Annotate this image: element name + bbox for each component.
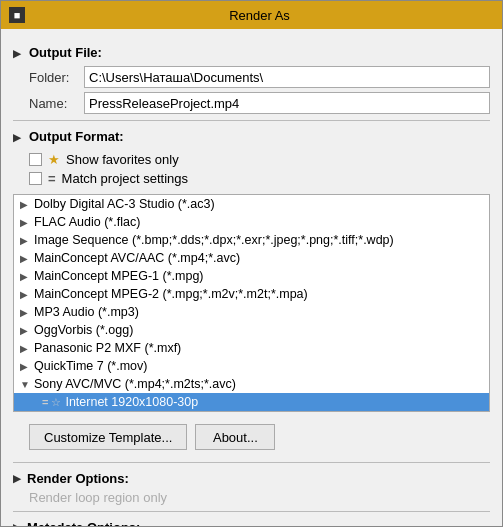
name-input[interactable]	[84, 92, 490, 114]
arrow-sony-avc: ▼	[20, 379, 30, 390]
output-file-arrow: ▶	[13, 48, 23, 58]
format-subitem-internet-1080[interactable]: = ☆ Internet 1920x1080-30p	[14, 393, 489, 411]
sub-star-icon: ☆	[51, 397, 61, 408]
format-item-mpeg1[interactable]: ▶ MainConcept MPEG-1 (*.mpg)	[14, 267, 489, 285]
format-label-internet-1080: Internet 1920x1080-30p	[65, 395, 198, 409]
arrow-flac: ▶	[20, 217, 30, 228]
star-icon: ★	[48, 153, 60, 166]
equals-icon: =	[48, 171, 56, 186]
title-bar: ■ Render As	[1, 1, 502, 29]
arrow-mpeg2: ▶	[20, 289, 30, 300]
format-label-dolby: Dolby Digital AC-3 Studio (*.ac3)	[34, 197, 215, 211]
arrow-dolby: ▶	[20, 199, 30, 210]
format-label-avc-aac: MainConcept AVC/AAC (*.mp4;*.avc)	[34, 251, 240, 265]
sub-item-icons: = ☆	[42, 396, 61, 408]
format-item-sony-avc[interactable]: ▼ Sony AVC/MVC (*.mp4;*.m2ts;*.avc)	[14, 375, 489, 393]
window-title: Render As	[25, 8, 494, 23]
show-favorites-row[interactable]: ★ Show favorites only	[13, 150, 490, 169]
arrow-panasonic: ▶	[20, 343, 30, 354]
match-project-checkbox[interactable]	[29, 172, 42, 185]
match-project-row[interactable]: = Match project settings	[13, 169, 490, 188]
metadata-options-arrow: ▶	[13, 522, 21, 526]
arrow-image: ▶	[20, 235, 30, 246]
metadata-options-header[interactable]: ▶ Metadata Options:	[13, 520, 490, 526]
metadata-options-label: Metadata Options:	[27, 520, 140, 526]
sub-equals-icon: =	[42, 396, 48, 408]
format-item-ogg[interactable]: ▶ OggVorbis (*.ogg)	[14, 321, 489, 339]
render-options-content: Render loop region only	[13, 490, 490, 505]
show-favorites-label: Show favorites only	[66, 152, 179, 167]
render-loop-label: Render loop region only	[29, 490, 167, 505]
format-label-mpeg1: MainConcept MPEG-1 (*.mpg)	[34, 269, 204, 283]
format-label-flac: FLAC Audio (*.flac)	[34, 215, 140, 229]
render-options-label: Render Options:	[27, 471, 129, 486]
format-label-mp3: MP3 Audio (*.mp3)	[34, 305, 139, 319]
format-item-dolby[interactable]: ▶ Dolby Digital AC-3 Studio (*.ac3)	[14, 195, 489, 213]
arrow-mp3: ▶	[20, 307, 30, 318]
format-item-quicktime[interactable]: ▶ QuickTime 7 (*.mov)	[14, 357, 489, 375]
arrow-ogg: ▶	[20, 325, 30, 336]
format-list[interactable]: ▶ Dolby Digital AC-3 Studio (*.ac3) ▶ FL…	[13, 194, 490, 412]
format-label-sony-avc: Sony AVC/MVC (*.mp4;*.m2ts;*.avc)	[34, 377, 236, 391]
format-item-mp3[interactable]: ▶ MP3 Audio (*.mp3)	[14, 303, 489, 321]
output-format-arrow: ▶	[13, 132, 23, 142]
arrow-mpeg1: ▶	[20, 271, 30, 282]
name-label: Name:	[29, 96, 84, 111]
format-item-image[interactable]: ▶ Image Sequence (*.bmp;*.dds;*.dpx;*.ex…	[14, 231, 489, 249]
arrow-avc-aac: ▶	[20, 253, 30, 264]
format-label-ogg: OggVorbis (*.ogg)	[34, 323, 133, 337]
format-label-panasonic: Panasonic P2 MXF (*.mxf)	[34, 341, 181, 355]
window-icon: ■	[9, 7, 25, 23]
divider-3	[13, 511, 490, 512]
name-row: Name:	[13, 92, 490, 114]
divider-2	[13, 462, 490, 463]
render-options-arrow: ▶	[13, 473, 21, 484]
customize-template-button[interactable]: Customize Template...	[29, 424, 187, 450]
match-project-label: Match project settings	[62, 171, 188, 186]
dialog-content: ▶ Output File: Folder: Name: ▶ Output Fo…	[1, 29, 502, 526]
format-label-image: Image Sequence (*.bmp;*.dds;*.dpx;*.exr;…	[34, 233, 394, 247]
render-options-header[interactable]: ▶ Render Options:	[13, 471, 490, 486]
format-item-mpeg2[interactable]: ▶ MainConcept MPEG-2 (*.mpg;*.m2v;*.m2t;…	[14, 285, 489, 303]
folder-input[interactable]	[84, 66, 490, 88]
format-label-quicktime: QuickTime 7 (*.mov)	[34, 359, 147, 373]
format-item-flac[interactable]: ▶ FLAC Audio (*.flac)	[14, 213, 489, 231]
folder-label: Folder:	[29, 70, 84, 85]
divider-1	[13, 120, 490, 121]
format-item-avc-aac[interactable]: ▶ MainConcept AVC/AAC (*.mp4;*.avc)	[14, 249, 489, 267]
format-item-panasonic[interactable]: ▶ Panasonic P2 MXF (*.mxf)	[14, 339, 489, 357]
format-label-mpeg2: MainConcept MPEG-2 (*.mpg;*.m2v;*.m2t;*.…	[34, 287, 308, 301]
output-file-label: Output File:	[29, 45, 102, 60]
button-row: Customize Template... About...	[13, 418, 490, 456]
show-favorites-checkbox[interactable]	[29, 153, 42, 166]
output-file-header: ▶ Output File:	[13, 45, 490, 60]
about-button[interactable]: About...	[195, 424, 275, 450]
render-as-dialog: ■ Render As ▶ Output File: Folder: Name:…	[0, 0, 503, 527]
arrow-quicktime: ▶	[20, 361, 30, 372]
output-format-header: ▶ Output Format:	[13, 129, 490, 144]
folder-row: Folder:	[13, 66, 490, 88]
output-format-label: Output Format:	[29, 129, 124, 144]
